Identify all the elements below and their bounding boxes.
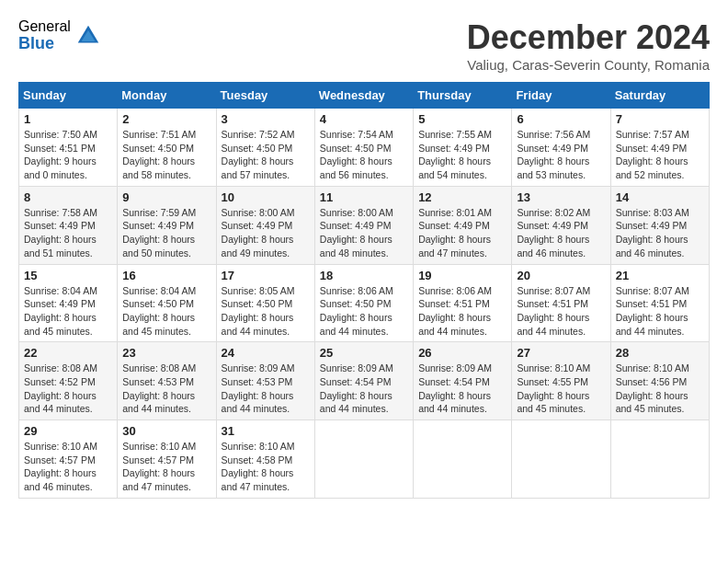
calendar-cell: 19Sunrise: 8:06 AMSunset: 4:51 PMDayligh… bbox=[414, 264, 512, 342]
day-number: 1 bbox=[24, 112, 112, 126]
day-detail: Sunrise: 8:05 AMSunset: 4:50 PMDaylight:… bbox=[222, 284, 310, 339]
day-number: 28 bbox=[616, 346, 704, 360]
calendar-cell bbox=[610, 420, 709, 499]
day-number: 2 bbox=[122, 112, 210, 126]
calendar-cell: 30Sunrise: 8:10 AMSunset: 4:57 PMDayligh… bbox=[118, 420, 216, 499]
calendar-cell: 17Sunrise: 8:05 AMSunset: 4:50 PMDayligh… bbox=[216, 264, 314, 342]
day-detail: Sunrise: 8:07 AMSunset: 4:51 PMDaylight:… bbox=[616, 284, 704, 339]
day-detail: Sunrise: 8:06 AMSunset: 4:50 PMDaylight:… bbox=[320, 284, 408, 339]
day-number: 29 bbox=[24, 424, 112, 438]
calendar-cell: 9Sunrise: 7:59 AMSunset: 4:49 PMDaylight… bbox=[118, 186, 216, 264]
calendar-cell: 18Sunrise: 8:06 AMSunset: 4:50 PMDayligh… bbox=[314, 264, 413, 342]
day-number: 23 bbox=[122, 346, 210, 360]
day-detail: Sunrise: 8:04 AMSunset: 4:49 PMDaylight:… bbox=[24, 284, 112, 339]
day-detail: Sunrise: 8:10 AMSunset: 4:57 PMDaylight:… bbox=[122, 440, 210, 494]
day-detail: Sunrise: 7:54 AMSunset: 4:50 PMDaylight:… bbox=[320, 128, 408, 182]
day-number: 17 bbox=[222, 269, 310, 282]
calendar-cell: 4Sunrise: 7:54 AMSunset: 4:50 PMDaylight… bbox=[314, 109, 413, 187]
calendar-cell bbox=[314, 420, 413, 499]
day-number: 10 bbox=[222, 190, 310, 204]
calendar-cell: 29Sunrise: 8:10 AMSunset: 4:57 PMDayligh… bbox=[19, 420, 118, 499]
day-detail: Sunrise: 8:10 AMSunset: 4:57 PMDaylight:… bbox=[24, 440, 112, 494]
calendar-cell: 26Sunrise: 8:09 AMSunset: 4:54 PMDayligh… bbox=[414, 342, 512, 420]
calendar-cell: 8Sunrise: 7:58 AMSunset: 4:49 PMDaylight… bbox=[19, 186, 118, 264]
day-number: 13 bbox=[517, 190, 605, 204]
day-detail: Sunrise: 7:52 AMSunset: 4:50 PMDaylight:… bbox=[222, 128, 310, 182]
calendar-cell: 10Sunrise: 8:00 AMSunset: 4:49 PMDayligh… bbox=[216, 186, 314, 264]
day-detail: Sunrise: 7:55 AMSunset: 4:49 PMDaylight:… bbox=[418, 128, 506, 182]
calendar-cell: 28Sunrise: 8:10 AMSunset: 4:56 PMDayligh… bbox=[610, 342, 709, 420]
calendar-cell bbox=[512, 420, 610, 499]
calendar-cell: 3Sunrise: 7:52 AMSunset: 4:50 PMDaylight… bbox=[216, 109, 314, 187]
calendar-cell: 6Sunrise: 7:56 AMSunset: 4:49 PMDaylight… bbox=[512, 109, 610, 187]
calendar-cell: 11Sunrise: 8:00 AMSunset: 4:49 PMDayligh… bbox=[314, 186, 413, 264]
calendar-cell: 31Sunrise: 8:10 AMSunset: 4:58 PMDayligh… bbox=[216, 420, 314, 499]
calendar-header-monday: Monday bbox=[118, 83, 216, 109]
calendar-cell: 15Sunrise: 8:04 AMSunset: 4:49 PMDayligh… bbox=[19, 264, 118, 342]
day-detail: Sunrise: 8:10 AMSunset: 4:55 PMDaylight:… bbox=[517, 362, 605, 416]
day-number: 8 bbox=[24, 190, 112, 204]
calendar-cell: 25Sunrise: 8:09 AMSunset: 4:54 PMDayligh… bbox=[314, 342, 413, 420]
calendar-cell: 14Sunrise: 8:03 AMSunset: 4:49 PMDayligh… bbox=[610, 186, 709, 264]
calendar-cell: 5Sunrise: 7:55 AMSunset: 4:49 PMDaylight… bbox=[414, 109, 512, 187]
calendar-header-thursday: Thursday bbox=[414, 83, 512, 109]
logo: General Blue bbox=[18, 18, 102, 52]
day-detail: Sunrise: 8:04 AMSunset: 4:50 PMDaylight:… bbox=[122, 284, 210, 339]
day-detail: Sunrise: 7:57 AMSunset: 4:49 PMDaylight:… bbox=[616, 128, 704, 182]
day-detail: Sunrise: 8:09 AMSunset: 4:54 PMDaylight:… bbox=[418, 362, 506, 416]
calendar-week-4: 22Sunrise: 8:08 AMSunset: 4:52 PMDayligh… bbox=[19, 342, 710, 420]
day-detail: Sunrise: 7:59 AMSunset: 4:49 PMDaylight:… bbox=[122, 206, 210, 260]
day-number: 31 bbox=[222, 424, 310, 438]
day-detail: Sunrise: 8:07 AMSunset: 4:51 PMDaylight:… bbox=[517, 284, 605, 339]
day-number: 14 bbox=[616, 190, 704, 204]
calendar-week-5: 29Sunrise: 8:10 AMSunset: 4:57 PMDayligh… bbox=[19, 420, 710, 499]
logo-general: General bbox=[18, 18, 71, 35]
day-number: 4 bbox=[320, 112, 408, 126]
title-area: December 2024 Valiug, Caras-Severin Coun… bbox=[467, 18, 710, 73]
calendar-cell: 1Sunrise: 7:50 AMSunset: 4:51 PMDaylight… bbox=[19, 109, 118, 187]
calendar-cell: 21Sunrise: 8:07 AMSunset: 4:51 PMDayligh… bbox=[610, 264, 709, 342]
day-detail: Sunrise: 7:56 AMSunset: 4:49 PMDaylight:… bbox=[517, 128, 605, 182]
calendar-header-sunday: Sunday bbox=[19, 83, 118, 109]
day-number: 22 bbox=[24, 346, 112, 360]
day-detail: Sunrise: 8:00 AMSunset: 4:49 PMDaylight:… bbox=[222, 206, 310, 260]
calendar-cell: 13Sunrise: 8:02 AMSunset: 4:49 PMDayligh… bbox=[512, 186, 610, 264]
day-number: 16 bbox=[122, 269, 210, 282]
month-title: December 2024 bbox=[467, 18, 710, 57]
calendar-header-tuesday: Tuesday bbox=[216, 83, 314, 109]
calendar-table: SundayMondayTuesdayWednesdayThursdayFrid… bbox=[18, 82, 710, 499]
day-detail: Sunrise: 8:09 AMSunset: 4:54 PMDaylight:… bbox=[320, 362, 408, 416]
calendar-header-wednesday: Wednesday bbox=[314, 83, 413, 109]
day-detail: Sunrise: 8:09 AMSunset: 4:53 PMDaylight:… bbox=[222, 362, 310, 416]
day-number: 9 bbox=[122, 190, 210, 204]
calendar-cell: 27Sunrise: 8:10 AMSunset: 4:55 PMDayligh… bbox=[512, 342, 610, 420]
day-number: 30 bbox=[122, 424, 210, 438]
logo-text: General Blue bbox=[18, 18, 71, 52]
day-number: 5 bbox=[418, 112, 506, 126]
day-number: 25 bbox=[320, 346, 408, 360]
day-detail: Sunrise: 7:51 AMSunset: 4:50 PMDaylight:… bbox=[122, 128, 210, 182]
calendar-cell: 24Sunrise: 8:09 AMSunset: 4:53 PMDayligh… bbox=[216, 342, 314, 420]
day-detail: Sunrise: 8:10 AMSunset: 4:58 PMDaylight:… bbox=[222, 440, 310, 494]
day-number: 21 bbox=[616, 269, 704, 282]
calendar-cell: 7Sunrise: 7:57 AMSunset: 4:49 PMDaylight… bbox=[610, 109, 709, 187]
day-number: 24 bbox=[222, 346, 310, 360]
day-number: 3 bbox=[222, 112, 310, 126]
day-number: 6 bbox=[517, 112, 605, 126]
calendar-week-3: 15Sunrise: 8:04 AMSunset: 4:49 PMDayligh… bbox=[19, 264, 710, 342]
calendar-cell: 2Sunrise: 7:51 AMSunset: 4:50 PMDaylight… bbox=[118, 109, 216, 187]
calendar-header-friday: Friday bbox=[512, 83, 610, 109]
header: General Blue December 2024 Valiug, Caras… bbox=[18, 18, 710, 73]
calendar-header-row: SundayMondayTuesdayWednesdayThursdayFrid… bbox=[19, 83, 710, 109]
calendar-cell: 16Sunrise: 8:04 AMSunset: 4:50 PMDayligh… bbox=[118, 264, 216, 342]
day-detail: Sunrise: 8:03 AMSunset: 4:49 PMDaylight:… bbox=[616, 206, 704, 260]
day-number: 15 bbox=[24, 269, 112, 282]
calendar-week-1: 1Sunrise: 7:50 AMSunset: 4:51 PMDaylight… bbox=[19, 109, 710, 187]
day-detail: Sunrise: 8:01 AMSunset: 4:49 PMDaylight:… bbox=[418, 206, 506, 260]
day-detail: Sunrise: 7:58 AMSunset: 4:49 PMDaylight:… bbox=[24, 206, 112, 260]
calendar-cell: 12Sunrise: 8:01 AMSunset: 4:49 PMDayligh… bbox=[414, 186, 512, 264]
day-number: 19 bbox=[418, 269, 506, 282]
calendar-cell: 22Sunrise: 8:08 AMSunset: 4:52 PMDayligh… bbox=[19, 342, 118, 420]
day-number: 11 bbox=[320, 190, 408, 204]
day-detail: Sunrise: 8:08 AMSunset: 4:53 PMDaylight:… bbox=[122, 362, 210, 416]
